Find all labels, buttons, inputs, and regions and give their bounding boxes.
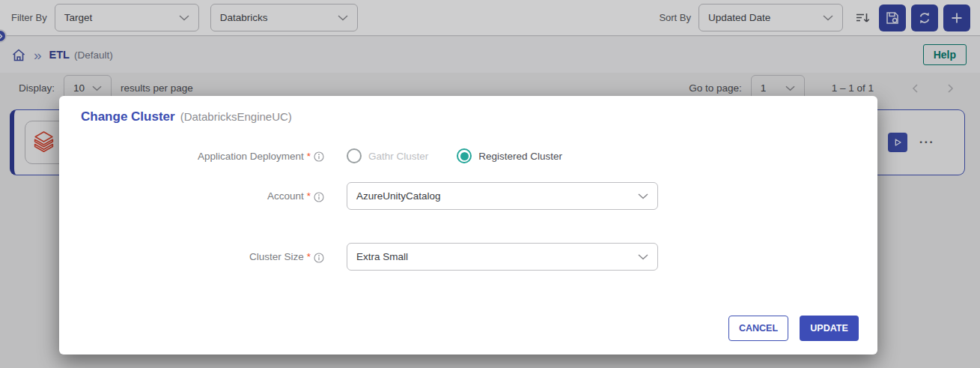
account-label-text: Account <box>267 190 304 202</box>
cancel-button[interactable]: CANCEL <box>728 316 788 341</box>
deployment-label: Application Deployment * <box>59 151 324 162</box>
radio-circle-unchecked <box>347 148 362 163</box>
account-select[interactable]: AzureUnityCatalog <box>347 182 658 210</box>
app-screen: Filter By Target Databricks Sort By Upda… <box>0 0 980 368</box>
account-value: AzureUnityCatalog <box>356 190 441 202</box>
change-cluster-modal: Change Cluster (DatabricksEngineUC) Appl… <box>59 96 877 355</box>
modal-title-text: Change Cluster <box>81 109 175 124</box>
radio-registered-cluster[interactable]: Registered Cluster <box>457 148 562 163</box>
cluster-size-value: Extra Small <box>356 251 408 262</box>
required-marker: * <box>307 190 311 202</box>
deployment-radio-group: Gathr Cluster Registered Cluster <box>347 148 562 163</box>
required-marker: * <box>307 251 311 262</box>
deployment-field-row: Application Deployment * Gathr Cluster <box>59 143 877 169</box>
info-icon[interactable] <box>314 151 324 162</box>
required-marker: * <box>307 151 311 162</box>
info-icon[interactable] <box>314 253 324 263</box>
info-icon[interactable] <box>314 192 324 202</box>
deployment-label-text: Application Deployment <box>198 151 304 162</box>
cluster-size-label-text: Cluster Size <box>249 251 304 262</box>
update-button[interactable]: UPDATE <box>800 316 859 341</box>
modal-subtitle-text: (DatabricksEngineUC) <box>180 110 292 123</box>
chevron-down-icon <box>638 254 648 260</box>
modal-title: Change Cluster (DatabricksEngineUC) <box>81 109 292 124</box>
account-label: Account * <box>59 190 324 202</box>
chevron-down-icon <box>638 193 648 199</box>
cluster-size-select[interactable]: Extra Small <box>347 243 658 271</box>
radio-gathr-cluster-label: Gathr Cluster <box>368 151 428 162</box>
cluster-size-field-row: Cluster Size * Extra Small <box>59 243 877 271</box>
radio-gathr-cluster[interactable]: Gathr Cluster <box>347 148 428 163</box>
radio-registered-cluster-label: Registered Cluster <box>478 151 562 162</box>
modal-actions: CANCEL UPDATE <box>728 316 859 341</box>
account-field-row: Account * AzureUnityCatalog <box>59 182 877 210</box>
radio-circle-checked <box>457 148 472 163</box>
cluster-size-label: Cluster Size * <box>59 251 324 262</box>
